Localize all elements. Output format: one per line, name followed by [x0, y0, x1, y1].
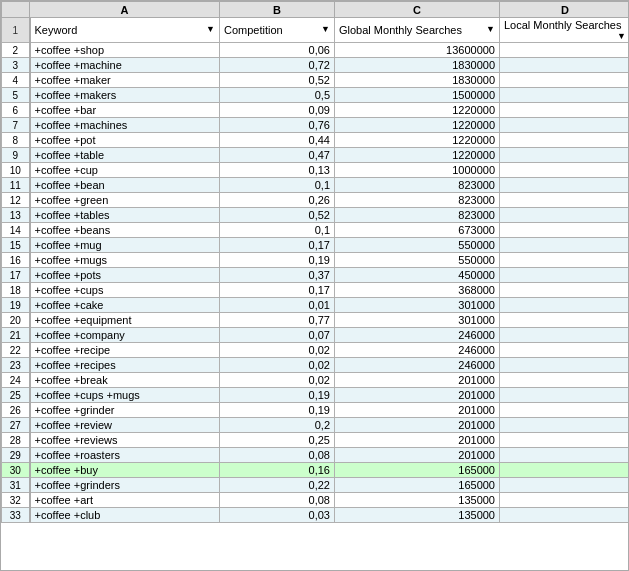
- table-row[interactable]: 25+coffee +cups +mugs0,19201000: [2, 388, 630, 403]
- keyword-cell[interactable]: +coffee +bar: [30, 103, 220, 118]
- local-searches-cell[interactable]: [500, 508, 630, 523]
- competition-cell[interactable]: 0,52: [220, 208, 335, 223]
- keyword-cell[interactable]: +coffee +company: [30, 328, 220, 343]
- competition-cell[interactable]: 0,19: [220, 403, 335, 418]
- keyword-cell[interactable]: +coffee +art: [30, 493, 220, 508]
- dropdown-arrow-d-icon[interactable]: ▼: [617, 31, 626, 41]
- table-row[interactable]: 8+coffee +pot0,441220000: [2, 133, 630, 148]
- table-row[interactable]: 32+coffee +art0,08135000: [2, 493, 630, 508]
- keyword-cell[interactable]: +coffee +club: [30, 508, 220, 523]
- global-searches-cell[interactable]: 368000: [335, 283, 500, 298]
- keyword-cell[interactable]: +coffee +machines: [30, 118, 220, 133]
- global-searches-cell[interactable]: 246000: [335, 343, 500, 358]
- local-searches-cell[interactable]: [500, 283, 630, 298]
- keyword-cell[interactable]: +coffee +pots: [30, 268, 220, 283]
- table-row[interactable]: 13+coffee +tables0,52823000: [2, 208, 630, 223]
- global-searches-cell[interactable]: 13600000: [335, 43, 500, 58]
- keyword-cell[interactable]: +coffee +bean: [30, 178, 220, 193]
- keyword-cell[interactable]: +coffee +equipment: [30, 313, 220, 328]
- table-row[interactable]: 21+coffee +company0,07246000: [2, 328, 630, 343]
- col-letter-b[interactable]: B: [220, 2, 335, 18]
- table-row[interactable]: 12+coffee +green0,26823000: [2, 193, 630, 208]
- local-searches-cell[interactable]: [500, 433, 630, 448]
- local-searches-cell[interactable]: [500, 238, 630, 253]
- col-d-header[interactable]: Local Monthly Searches ▼: [500, 18, 630, 43]
- keyword-cell[interactable]: +coffee +shop: [30, 43, 220, 58]
- keyword-cell[interactable]: +coffee +recipes: [30, 358, 220, 373]
- table-row[interactable]: 24+coffee +break0,02201000: [2, 373, 630, 388]
- local-searches-cell[interactable]: [500, 163, 630, 178]
- local-searches-cell[interactable]: [500, 178, 630, 193]
- keyword-cell[interactable]: +coffee +grinder: [30, 403, 220, 418]
- keyword-cell[interactable]: +coffee +cups: [30, 283, 220, 298]
- dropdown-arrow-b-icon[interactable]: ▼: [321, 24, 330, 34]
- global-searches-cell[interactable]: 201000: [335, 433, 500, 448]
- table-row[interactable]: 17+coffee +pots0,37450000: [2, 268, 630, 283]
- global-searches-cell[interactable]: 201000: [335, 403, 500, 418]
- table-row[interactable]: 15+coffee +mug0,17550000: [2, 238, 630, 253]
- competition-cell[interactable]: 0,03: [220, 508, 335, 523]
- table-row[interactable]: 30+coffee +buy0,16165000: [2, 463, 630, 478]
- competition-cell[interactable]: 0,08: [220, 493, 335, 508]
- keyword-cell[interactable]: +coffee +tables: [30, 208, 220, 223]
- table-row[interactable]: 28+coffee +reviews0,25201000: [2, 433, 630, 448]
- col-letter-c[interactable]: C: [335, 2, 500, 18]
- local-searches-cell[interactable]: [500, 373, 630, 388]
- global-searches-cell[interactable]: 823000: [335, 193, 500, 208]
- local-searches-cell[interactable]: [500, 493, 630, 508]
- competition-cell[interactable]: 0,09: [220, 103, 335, 118]
- competition-cell[interactable]: 0,1: [220, 223, 335, 238]
- table-row[interactable]: 18+coffee +cups0,17368000: [2, 283, 630, 298]
- keyword-cell[interactable]: +coffee +pot: [30, 133, 220, 148]
- global-searches-cell[interactable]: 1220000: [335, 118, 500, 133]
- global-searches-cell[interactable]: 1220000: [335, 148, 500, 163]
- global-searches-cell[interactable]: 165000: [335, 463, 500, 478]
- keyword-cell[interactable]: +coffee +break: [30, 373, 220, 388]
- global-searches-cell[interactable]: 823000: [335, 208, 500, 223]
- local-searches-cell[interactable]: [500, 103, 630, 118]
- local-searches-cell[interactable]: [500, 448, 630, 463]
- local-searches-cell[interactable]: [500, 43, 630, 58]
- table-row[interactable]: 9+coffee +table0,471220000: [2, 148, 630, 163]
- competition-cell[interactable]: 0,02: [220, 358, 335, 373]
- global-searches-cell[interactable]: 201000: [335, 373, 500, 388]
- col-letter-d[interactable]: D: [500, 2, 630, 18]
- table-row[interactable]: 3+coffee +machine0,721830000: [2, 58, 630, 73]
- local-searches-cell[interactable]: [500, 148, 630, 163]
- col-a-header[interactable]: Keyword ▼: [30, 18, 220, 43]
- global-searches-cell[interactable]: 246000: [335, 328, 500, 343]
- competition-cell[interactable]: 0,37: [220, 268, 335, 283]
- competition-cell[interactable]: 0,07: [220, 328, 335, 343]
- keyword-cell[interactable]: +coffee +makers: [30, 88, 220, 103]
- competition-cell[interactable]: 0,25: [220, 433, 335, 448]
- competition-cell[interactable]: 0,22: [220, 478, 335, 493]
- competition-cell[interactable]: 0,13: [220, 163, 335, 178]
- keyword-cell[interactable]: +coffee +review: [30, 418, 220, 433]
- competition-cell[interactable]: 0,17: [220, 283, 335, 298]
- competition-cell[interactable]: 0,47: [220, 148, 335, 163]
- competition-cell[interactable]: 0,02: [220, 373, 335, 388]
- global-searches-cell[interactable]: 1830000: [335, 58, 500, 73]
- global-searches-cell[interactable]: 201000: [335, 418, 500, 433]
- global-searches-cell[interactable]: 1220000: [335, 133, 500, 148]
- local-searches-cell[interactable]: [500, 208, 630, 223]
- keyword-cell[interactable]: +coffee +mugs: [30, 253, 220, 268]
- local-searches-cell[interactable]: [500, 193, 630, 208]
- dropdown-arrow-c-icon[interactable]: ▼: [486, 24, 495, 34]
- keyword-cell[interactable]: +coffee +machine: [30, 58, 220, 73]
- local-searches-cell[interactable]: [500, 133, 630, 148]
- table-row[interactable]: 6+coffee +bar0,091220000: [2, 103, 630, 118]
- local-searches-cell[interactable]: [500, 388, 630, 403]
- local-searches-cell[interactable]: [500, 298, 630, 313]
- col-b-header[interactable]: Competition ▼: [220, 18, 335, 43]
- global-searches-cell[interactable]: 550000: [335, 238, 500, 253]
- competition-cell[interactable]: 0,2: [220, 418, 335, 433]
- global-searches-cell[interactable]: 1220000: [335, 103, 500, 118]
- table-row[interactable]: 19+coffee +cake0,01301000: [2, 298, 630, 313]
- global-searches-cell[interactable]: 1500000: [335, 88, 500, 103]
- local-searches-cell[interactable]: [500, 358, 630, 373]
- col-c-header[interactable]: Global Monthly Searches ▼: [335, 18, 500, 43]
- col-letter-a[interactable]: A: [30, 2, 220, 18]
- global-searches-cell[interactable]: 301000: [335, 298, 500, 313]
- keyword-cell[interactable]: +coffee +recipe: [30, 343, 220, 358]
